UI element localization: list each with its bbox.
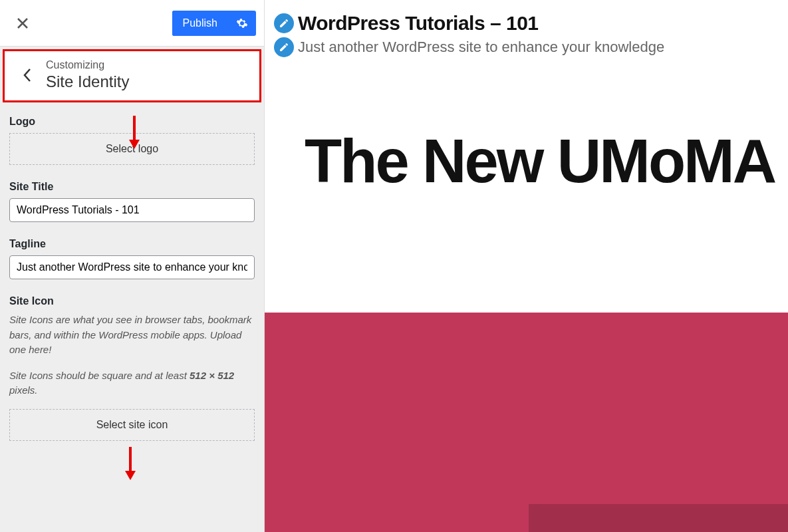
svg-marker-3 [125, 471, 136, 480]
site-icon-help-1: Site Icons are what you see in browser t… [9, 313, 255, 358]
preview-site-title[interactable]: WordPress Tutorials – 101 [298, 12, 539, 35]
edit-tagline-shortcut[interactable] [274, 37, 294, 57]
content-accent-box [529, 504, 788, 532]
customizer-sidebar: Publish Customizing Site Identity Logo S… [0, 0, 265, 532]
chevron-left-icon [23, 68, 32, 82]
panel-body: Logo Select logo Site Title Tagline Site… [0, 105, 264, 457]
publish-button[interactable]: Publish [172, 11, 228, 36]
preview-header: WordPress Tutorials – 101 Just another W… [265, 0, 788, 66]
preview-tagline: Just another WordPress site to enhance y… [298, 39, 664, 56]
tagline-input[interactable] [9, 255, 255, 279]
preview-title-row: WordPress Tutorials – 101 [274, 12, 779, 35]
pencil-icon [279, 42, 289, 53]
site-title-label: Site Title [9, 181, 255, 193]
content-band [265, 313, 788, 532]
site-icon-help-2: Site Icons should be square and at least… [9, 368, 255, 398]
site-preview: WordPress Tutorials – 101 Just another W… [265, 0, 788, 532]
section-header: Customizing Site Identity [3, 49, 261, 102]
tagline-label: Tagline [9, 238, 255, 250]
header-titles: Customizing Site Identity [46, 59, 129, 91]
site-title-input[interactable] [9, 198, 255, 222]
section-title: Site Identity [46, 72, 129, 91]
close-button[interactable] [8, 9, 37, 38]
preview-tagline-row: Just another WordPress site to enhance y… [274, 37, 779, 57]
top-bar: Publish [0, 0, 264, 47]
publish-settings-button[interactable] [228, 17, 256, 29]
back-button[interactable] [14, 68, 41, 82]
pencil-icon [279, 18, 289, 29]
publish-group: Publish [172, 11, 256, 36]
customizing-label: Customizing [46, 59, 129, 71]
close-icon [17, 17, 29, 29]
annotation-arrow-2 [122, 446, 138, 481]
site-icon-label: Site Icon [9, 295, 255, 307]
edit-title-shortcut[interactable] [274, 13, 294, 33]
gear-icon [236, 17, 248, 29]
hero-heading: The New UMoMA [265, 66, 788, 229]
select-site-icon-button[interactable]: Select site icon [9, 409, 255, 441]
svg-marker-1 [129, 140, 140, 149]
annotation-arrow-1 [126, 114, 142, 150]
